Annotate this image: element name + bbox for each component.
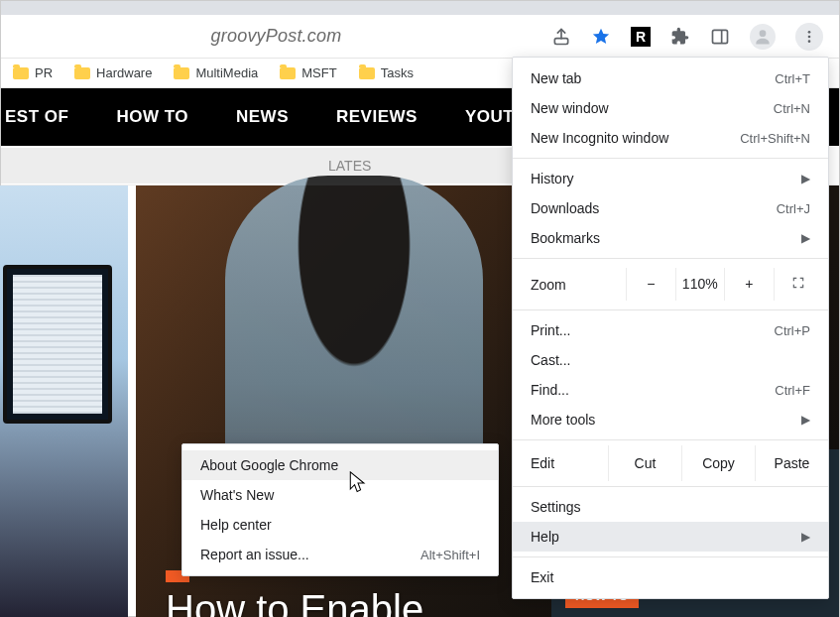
bookmark-folder[interactable]: MSFT bbox=[280, 65, 336, 80]
menu-exit[interactable]: Exit bbox=[513, 562, 828, 592]
menu-label: About Google Chrome bbox=[200, 457, 338, 473]
menu-settings[interactable]: Settings bbox=[513, 492, 828, 522]
bookmark-folder[interactable]: MultiMedia bbox=[174, 65, 258, 80]
bookmark-label: MSFT bbox=[301, 65, 336, 80]
browser-toolbar: groovyPost.com R bbox=[1, 15, 839, 59]
zoom-value: 110% bbox=[675, 268, 725, 301]
folder-icon bbox=[280, 67, 296, 79]
menu-separator bbox=[513, 439, 828, 440]
extension-r-icon[interactable]: R bbox=[631, 27, 651, 47]
nav-item[interactable]: REVIEWS bbox=[336, 107, 418, 127]
svg-rect-1 bbox=[713, 30, 728, 43]
nav-item[interactable]: NEWS bbox=[236, 107, 289, 127]
submenu-help-center[interactable]: Help center bbox=[182, 510, 498, 540]
menu-zoom-row: Zoom − 110% + bbox=[513, 264, 828, 305]
share-icon[interactable] bbox=[551, 27, 571, 47]
nav-item[interactable]: HOW TO bbox=[116, 107, 188, 127]
menu-shortcut: Ctrl+J bbox=[777, 201, 810, 216]
menu-label: Bookmarks bbox=[531, 230, 600, 246]
menu-downloads[interactable]: Downloads Ctrl+J bbox=[513, 193, 828, 223]
menu-separator bbox=[513, 556, 828, 557]
address-bar[interactable]: groovyPost.com bbox=[1, 26, 551, 47]
menu-separator bbox=[513, 486, 828, 487]
edit-cut-button[interactable]: Cut bbox=[608, 445, 681, 481]
menu-shortcut: Ctrl+P bbox=[775, 323, 810, 338]
zoom-in-button[interactable]: + bbox=[724, 268, 774, 301]
menu-label: Downloads bbox=[531, 200, 599, 216]
chevron-right-icon: ▶ bbox=[801, 413, 810, 427]
side-panel-icon[interactable] bbox=[710, 27, 730, 47]
fullscreen-button[interactable] bbox=[774, 268, 823, 301]
svg-point-6 bbox=[808, 40, 811, 43]
address-text: groovyPost.com bbox=[211, 26, 342, 46]
bookmark-folder[interactable]: PR bbox=[13, 65, 53, 80]
menu-label: What's New bbox=[200, 487, 274, 503]
menu-new-incognito[interactable]: New Incognito window Ctrl+Shift+N bbox=[513, 123, 828, 153]
menu-find[interactable]: Find... Ctrl+F bbox=[513, 375, 828, 405]
monitor-graphic bbox=[3, 265, 112, 424]
menu-new-window[interactable]: New window Ctrl+N bbox=[513, 93, 828, 123]
submenu-whats-new[interactable]: What's New bbox=[182, 480, 498, 510]
zoom-out-button[interactable]: − bbox=[626, 268, 675, 301]
menu-label: Print... bbox=[531, 322, 570, 338]
menu-label: Help bbox=[531, 529, 559, 545]
svg-point-4 bbox=[808, 31, 811, 34]
menu-label: New tab bbox=[531, 70, 581, 86]
chrome-main-menu: New tab Ctrl+T New window Ctrl+N New Inc… bbox=[512, 57, 829, 599]
menu-shortcut: Ctrl+N bbox=[774, 101, 810, 116]
chevron-right-icon: ▶ bbox=[801, 172, 810, 185]
menu-shortcut: Ctrl+Shift+N bbox=[740, 131, 810, 146]
menu-print[interactable]: Print... Ctrl+P bbox=[513, 315, 828, 345]
help-submenu: About Google Chrome What's New Help cent… bbox=[181, 443, 499, 576]
menu-label: Settings bbox=[531, 499, 581, 515]
menu-label: New Incognito window bbox=[531, 130, 668, 146]
chevron-right-icon: ▶ bbox=[801, 530, 810, 544]
zoom-label: Zoom bbox=[531, 277, 626, 293]
hero-title[interactable]: How to Enable bbox=[166, 587, 423, 617]
menu-label: Help center bbox=[200, 517, 272, 533]
extensions-icon[interactable] bbox=[670, 27, 690, 47]
bookmark-folder[interactable]: Tasks bbox=[359, 65, 414, 80]
svg-point-3 bbox=[760, 30, 767, 37]
bookmark-folder[interactable]: Hardware bbox=[74, 65, 152, 80]
menu-help[interactable]: Help ▶ bbox=[513, 522, 828, 552]
menu-label: Report an issue... bbox=[200, 547, 309, 562]
folder-icon bbox=[74, 67, 90, 79]
menu-label: Cast... bbox=[531, 352, 570, 368]
menu-shortcut: Alt+Shift+I bbox=[420, 548, 480, 562]
edit-paste-button[interactable]: Paste bbox=[755, 445, 828, 481]
menu-new-tab[interactable]: New tab Ctrl+T bbox=[513, 63, 828, 93]
menu-shortcut: Ctrl+T bbox=[775, 71, 810, 86]
edit-copy-button[interactable]: Copy bbox=[681, 445, 755, 481]
hero-left-image bbox=[0, 185, 128, 617]
submenu-about-chrome[interactable]: About Google Chrome bbox=[182, 450, 498, 480]
mouse-cursor-icon bbox=[349, 471, 367, 495]
menu-history[interactable]: History ▶ bbox=[513, 164, 828, 193]
bookmark-star-icon[interactable] bbox=[591, 27, 611, 47]
bookmark-label: MultiMedia bbox=[195, 65, 258, 80]
menu-label: Exit bbox=[531, 569, 553, 585]
menu-separator bbox=[513, 158, 828, 159]
menu-edit-row: Edit Cut Copy Paste bbox=[513, 445, 828, 481]
folder-icon bbox=[174, 67, 189, 79]
submenu-report-issue[interactable]: Report an issue... Alt+Shift+I bbox=[182, 540, 498, 569]
profile-icon[interactable] bbox=[750, 24, 776, 50]
menu-label: History bbox=[531, 171, 574, 186]
bookmark-label: Tasks bbox=[381, 65, 414, 80]
menu-cast[interactable]: Cast... bbox=[513, 345, 828, 375]
menu-separator bbox=[513, 309, 828, 310]
menu-label: Find... bbox=[531, 382, 569, 398]
chevron-right-icon: ▶ bbox=[801, 231, 810, 245]
menu-bookmarks[interactable]: Bookmarks ▶ bbox=[513, 223, 828, 253]
svg-rect-0 bbox=[554, 38, 567, 44]
svg-point-5 bbox=[808, 35, 811, 38]
folder-icon bbox=[13, 67, 29, 79]
kebab-menu-icon[interactable] bbox=[795, 23, 823, 51]
bookmark-label: Hardware bbox=[96, 65, 152, 80]
bookmark-label: PR bbox=[35, 65, 53, 80]
nav-item[interactable]: EST OF bbox=[5, 107, 68, 127]
menu-label: New window bbox=[531, 100, 609, 116]
menu-label: More tools bbox=[531, 412, 595, 428]
menu-more-tools[interactable]: More tools ▶ bbox=[513, 405, 828, 434]
tab-strip bbox=[1, 1, 839, 15]
